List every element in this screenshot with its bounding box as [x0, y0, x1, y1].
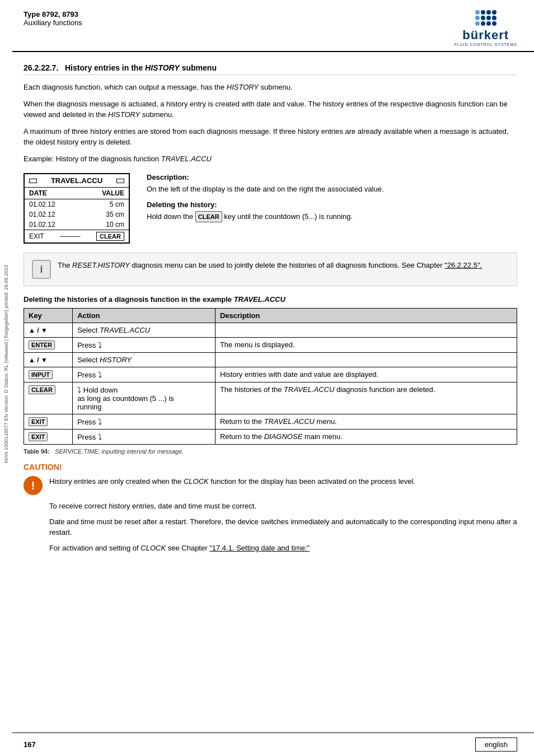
- device-data-row-0: 01.02.12 5 cm: [25, 199, 129, 209]
- logo-dot: [475, 21, 480, 26]
- table-cell-desc: The histories of the TRAVEL.ACCU diagnos…: [215, 382, 517, 414]
- col-value: VALUE: [102, 189, 124, 197]
- device-col-row: DATE VALUE: [25, 188, 129, 199]
- device-indicator: [29, 179, 37, 183]
- exit-key-badge-1: EXIT: [29, 417, 48, 426]
- table-cell-key: EXIT: [24, 430, 73, 445]
- table-cell-key: ▲ / ▼: [24, 353, 73, 367]
- clear-key-badge-table: CLEAR: [29, 385, 55, 394]
- table-cell-desc: [215, 323, 517, 338]
- paragraph-2: When the diagnosis message is actuated, …: [24, 99, 517, 120]
- header: Type 8792, 8793 Auxiliary functions bürk…: [12, 0, 534, 52]
- caution-sub-p3: For activation and setting of CLOCK see …: [49, 543, 517, 554]
- content: 26.2.22.7. History entries in the HISTOR…: [12, 52, 534, 572]
- caution-sub-p2: Date and time must be reset after a rest…: [49, 516, 517, 538]
- table-cell-key: CLEAR: [24, 382, 73, 414]
- logo-dot: [475, 10, 480, 15]
- info-link[interactable]: "26.2.22.5".: [444, 261, 482, 269]
- logo-dots: [475, 10, 496, 26]
- caution-icon: !: [24, 476, 43, 495]
- device-clear-btn: CLEAR: [96, 232, 124, 241]
- logo-dot: [492, 10, 496, 15]
- device-header-row: TRAVEL.ACCU: [25, 174, 129, 188]
- table-cell-action: Press ⤵: [73, 338, 216, 353]
- clear-key-badge: CLEAR: [195, 211, 222, 223]
- data-date-1: 01.02.12: [29, 211, 55, 218]
- logo-dot: [481, 10, 485, 15]
- logo-dot: [486, 10, 491, 15]
- logo-dot: [486, 21, 491, 26]
- table-section-title: Deleting the histories of a diagnosis fu…: [24, 295, 517, 304]
- caution-box: CAUTION! ! History entries are only crea…: [24, 463, 517, 553]
- data-value-2: 10 cm: [106, 221, 124, 228]
- header-title: Type 8792, 8793: [24, 10, 82, 18]
- description-box: Description: On the left of the display …: [147, 173, 517, 228]
- data-value-0: 5 cm: [110, 200, 124, 208]
- device-bottom-dash: ———: [60, 232, 80, 240]
- sidebar-text: MAN 1000118577 EN Version: D Status: RL …: [3, 265, 9, 463]
- table-cell-action: Press ⤵: [73, 367, 216, 382]
- device-data-row-1: 01.02.12 35 cm: [25, 209, 129, 220]
- caution-text-main: History entries are only created when th…: [49, 476, 415, 487]
- logo-tagline: FLUID CONTROL SYSTEMS: [454, 43, 517, 46]
- logo-dot: [492, 21, 496, 26]
- device-title: TRAVEL.ACCU: [51, 176, 102, 185]
- table-cell-key: INPUT: [24, 367, 73, 382]
- table-caption: Table 94: SERVICE.TIME; inputting interv…: [24, 448, 517, 455]
- logo-dot: [481, 21, 485, 26]
- table-cell-key: EXIT: [24, 414, 73, 430]
- description-title: Description:: [147, 173, 517, 181]
- table-cell-desc: The menu is displayed.: [215, 338, 517, 353]
- table-row: EXIT Press ⤵ Return to the DIAGNOSE main…: [24, 430, 517, 445]
- caution-content: ! History entries are only created when …: [24, 476, 517, 495]
- caution-link[interactable]: "17.4.1. Setting date and time:": [209, 544, 310, 552]
- info-text: The RESET.HISTORY diagnosis menu can be …: [58, 260, 482, 271]
- table-cell-action: Press ⤵: [73, 414, 216, 430]
- section-heading: 26.2.22.7. History entries in the HISTOR…: [24, 63, 517, 75]
- paragraph-4: Example: History of the diagnosis functi…: [24, 153, 517, 165]
- caution-sub-paragraphs: To receive correct history entries, date…: [24, 501, 517, 553]
- sidebar: MAN 1000118577 EN Version: D Status: RL …: [0, 0, 12, 728]
- data-value-1: 35 cm: [106, 211, 124, 218]
- table-cell-action: Press ⤵: [73, 430, 216, 445]
- table-row: ▲ / ▼ Select TRAVEL.ACCU: [24, 323, 517, 338]
- col-header-key: Key: [24, 309, 73, 323]
- table-row: INPUT Press ⤵ History entries with date …: [24, 367, 517, 382]
- table-row: EXIT Press ⤵ Return to the TRAVEL.ACCU m…: [24, 414, 517, 430]
- exit-key-badge-2: EXIT: [29, 432, 48, 441]
- delete-title: Deleting the history:: [147, 200, 517, 209]
- arrow-key-icon: ▲ / ▼: [29, 326, 48, 334]
- device-container: TRAVEL.ACCU DATE VALUE 01.02.12 5 cm 01.…: [24, 173, 517, 244]
- table-row: CLEAR ⤵ Hold downas long as countdown (5…: [24, 382, 517, 414]
- device-indicator-right: [116, 179, 124, 183]
- table-cell-desc: Return to the TRAVEL.ACCU menu.: [215, 414, 517, 430]
- table-cell-key: ENTER: [24, 338, 73, 353]
- footer-page: 167: [24, 740, 36, 749]
- device-bottom-row: EXIT ——— CLEAR: [25, 230, 129, 242]
- col-date: DATE: [29, 189, 47, 197]
- info-icon: i: [32, 260, 51, 279]
- device-data-row-2: 01.02.12 10 cm: [25, 220, 129, 230]
- table-cell-key: ▲ / ▼: [24, 323, 73, 338]
- main-table: Key Action Description ▲ / ▼ Select TRAV…: [24, 308, 517, 445]
- table-header-row: Key Action Description: [24, 309, 517, 323]
- footer: 167 english: [12, 732, 534, 756]
- table-cell-action: Select HISTORY: [73, 353, 216, 367]
- main-content: Type 8792, 8793 Auxiliary functions bürk…: [12, 0, 534, 572]
- device-display: TRAVEL.ACCU DATE VALUE 01.02.12 5 cm 01.…: [24, 173, 130, 244]
- data-date-0: 01.02.12: [29, 200, 55, 208]
- paragraph-1: Each diagnosis function, which can outpu…: [24, 82, 517, 93]
- table-cell-action: Select TRAVEL.ACCU: [73, 323, 216, 338]
- logo-dot: [481, 16, 485, 20]
- enter-key-badge: ENTER: [29, 340, 55, 349]
- info-box: i The RESET.HISTORY diagnosis menu can b…: [24, 253, 517, 286]
- logo-name: bürkert: [462, 28, 509, 43]
- table-cell-action: ⤵ Hold downas long as countdown (5 ...) …: [73, 382, 216, 414]
- caution-title: CAUTION!: [24, 463, 517, 472]
- caution-sub-p1: To receive correct history entries, date…: [49, 501, 517, 512]
- arrow-key-icon: ▲ / ▼: [29, 356, 48, 364]
- table-cell-desc: Return to the DIAGNOSE main menu.: [215, 430, 517, 445]
- header-left: Type 8792, 8793 Auxiliary functions: [24, 10, 82, 27]
- col-header-description: Description: [215, 309, 517, 323]
- data-date-2: 01.02.12: [29, 221, 55, 228]
